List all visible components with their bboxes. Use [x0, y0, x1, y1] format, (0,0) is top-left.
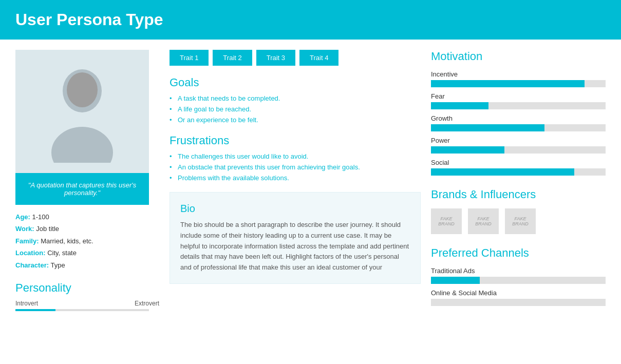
right-column: Motivation Incentive Fear Growth Power — [431, 50, 606, 311]
svg-point-2 — [67, 72, 98, 107]
brands-row: FAKEBRAND FAKEBRAND FAKEBRAND — [431, 208, 606, 234]
middle-column: Trait 1 Trait 2 Trait 3 Trait 4 Goals A … — [170, 50, 421, 311]
trait-4-button[interactable]: Trait 4 — [299, 50, 338, 66]
traditional-ads-bar-fill — [431, 277, 480, 284]
age-row: Age: 1-100 — [15, 211, 159, 223]
personality-slider-fill — [15, 309, 55, 311]
bio-text: The bio should be a short paragraph to d… — [180, 220, 410, 273]
page-title: User Persona Type — [15, 10, 606, 29]
channel-online: Online & Social Media — [431, 289, 606, 306]
brand-2-placeholder: FAKEBRAND — [468, 208, 499, 234]
social-bar-track — [431, 168, 606, 176]
growth-bar-fill — [431, 124, 544, 131]
character-label: Character: — [15, 261, 49, 269]
frustrations-title: Frustrations — [170, 134, 421, 147]
goal-item-3: Or an experience to be felt. — [170, 116, 421, 124]
quote-box: "A quotation that captures this user's p… — [15, 173, 149, 205]
growth-label: Growth — [431, 114, 606, 122]
family-row: Family: Married, kids, etc. — [15, 235, 159, 247]
brand-3-text: FAKEBRAND — [512, 216, 529, 226]
goals-title: Goals — [170, 76, 421, 89]
fear-bar-track — [431, 102, 606, 109]
avatar — [15, 50, 149, 173]
goals-list: A task that needs to be completed. A lif… — [170, 94, 421, 124]
user-info: Age: 1-100 Work: Job title Family: Marri… — [15, 211, 159, 271]
motivation-power: Power — [431, 137, 606, 154]
frustration-item-1: The challenges this user would like to a… — [170, 152, 421, 160]
social-label: Social — [431, 159, 606, 166]
personality-section: Personality Introvert Extrovert — [15, 281, 159, 311]
brand-1-placeholder: FAKEBRAND — [431, 208, 462, 234]
location-label: Location: — [15, 249, 46, 257]
incentive-label: Incentive — [431, 70, 606, 78]
slider-labels: Introvert Extrovert — [15, 300, 159, 307]
quote-text: "A quotation that captures this user's p… — [28, 181, 136, 197]
main-content: "A quotation that captures this user's p… — [0, 40, 621, 321]
frustration-item-2: An obstacle that prevents this user from… — [170, 163, 421, 171]
family-label: Family: — [15, 237, 39, 245]
motivation-title: Motivation — [431, 50, 606, 63]
motivation-fear: Fear — [431, 92, 606, 109]
brands-section: Brands & Influencers FAKEBRAND FAKEBRAND… — [431, 188, 606, 234]
social-bar-fill — [431, 168, 574, 176]
trait-2-button[interactable]: Trait 2 — [213, 50, 252, 66]
svg-point-1 — [51, 127, 113, 163]
trait-1-button[interactable]: Trait 1 — [170, 50, 209, 66]
character-row: Character: Type — [15, 259, 159, 271]
motivation-growth: Growth — [431, 114, 606, 131]
brands-title: Brands & Influencers — [431, 188, 606, 201]
family-value: Married, kids, etc. — [41, 237, 93, 245]
age-value: 1-100 — [32, 213, 49, 221]
location-row: Location: City, state — [15, 247, 159, 259]
location-value: City, state — [47, 249, 77, 257]
channels-section: Preferred Channels Traditional Ads Onlin… — [431, 246, 606, 306]
power-label: Power — [431, 137, 606, 144]
traditional-ads-label: Traditional Ads — [431, 267, 606, 275]
goal-item-1: A task that needs to be completed. — [170, 94, 421, 102]
age-label: Age: — [15, 213, 30, 221]
frustrations-list: The challenges this user would like to a… — [170, 152, 421, 182]
brand-3-placeholder: FAKEBRAND — [505, 208, 536, 234]
avatar-silhouette-icon — [49, 60, 116, 163]
work-row: Work: Job title — [15, 223, 159, 235]
fear-bar-fill — [431, 102, 488, 109]
trait-3-button[interactable]: Trait 3 — [256, 50, 295, 66]
online-social-label: Online & Social Media — [431, 289, 606, 297]
page-header: User Persona Type — [0, 0, 621, 40]
brand-2-text: FAKEBRAND — [475, 216, 492, 226]
motivation-social: Social — [431, 159, 606, 176]
incentive-bar-fill — [431, 80, 585, 87]
channel-traditional: Traditional Ads — [431, 267, 606, 284]
traditional-ads-bar-track — [431, 277, 606, 284]
bio-title: Bio — [180, 203, 410, 215]
power-bar-fill — [431, 146, 504, 154]
motivation-incentive: Incentive — [431, 70, 606, 87]
work-label: Work: — [15, 225, 34, 233]
character-value: Type — [50, 261, 65, 269]
goal-item-2: A life goal to be reached. — [170, 105, 421, 113]
slider-right-label: Extrovert — [135, 300, 159, 307]
online-social-bar-track — [431, 299, 606, 306]
bio-box: Bio The bio should be a short paragraph … — [170, 192, 421, 284]
brand-1-text: FAKEBRAND — [438, 216, 455, 226]
traits-row: Trait 1 Trait 2 Trait 3 Trait 4 — [170, 50, 421, 66]
left-column: "A quotation that captures this user's p… — [15, 50, 159, 311]
channels-title: Preferred Channels — [431, 246, 606, 260]
frustration-item-3: Problems with the available solutions. — [170, 174, 421, 182]
growth-bar-track — [431, 124, 606, 131]
slider-left-label: Introvert — [15, 300, 38, 307]
fear-label: Fear — [431, 92, 606, 100]
personality-slider — [15, 309, 149, 311]
incentive-bar-track — [431, 80, 606, 87]
work-value: Job title — [36, 225, 59, 233]
power-bar-track — [431, 146, 606, 154]
personality-title: Personality — [15, 281, 159, 295]
